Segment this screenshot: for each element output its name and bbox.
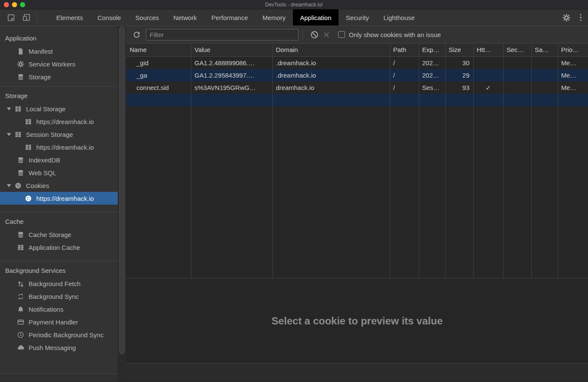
sidebar-item-label: Payment Handler xyxy=(29,318,78,326)
sidebar-separator xyxy=(0,261,118,261)
sidebar-item-label: Push Messaging xyxy=(29,344,76,351)
sidebar-item-cookies-dreamhack[interactable]: https://dreamhack.io xyxy=(0,192,118,205)
sidebar-item-session-storage[interactable]: Session Storage xyxy=(0,128,118,141)
column-header-samesite[interactable]: Sa… xyxy=(531,43,558,56)
refresh-button[interactable] xyxy=(130,29,142,41)
tab-console[interactable]: Console xyxy=(90,9,128,26)
inspect-element-button[interactable] xyxy=(3,9,19,26)
scrollbar-thumb[interactable] xyxy=(119,26,125,354)
sidebar-item-background-fetch[interactable]: Background Fetch xyxy=(0,277,118,290)
sidebar-item-push-messaging[interactable]: Push Messaging xyxy=(0,341,118,354)
sidebar-item-payment-handler[interactable]: Payment Handler xyxy=(0,315,118,328)
sidebar-item-label: Cookies xyxy=(26,182,49,189)
checkbox-icon[interactable] xyxy=(338,31,345,38)
device-toolbar-icon xyxy=(22,13,31,22)
table-row[interactable]: _gid GA1.2.488899086.… .dreamhack.io / 2… xyxy=(126,57,588,69)
sidebar-item-cookies[interactable]: Cookies xyxy=(0,179,118,192)
sidebar-item-periodic-background-sync[interactable]: Periodic Background Sync xyxy=(0,328,118,341)
tab-security[interactable]: Security xyxy=(339,9,376,26)
tab-network[interactable]: Network xyxy=(166,9,204,26)
tab-performance[interactable]: Performance xyxy=(204,9,255,26)
table-icon xyxy=(14,105,22,113)
cell-samesite xyxy=(531,81,558,94)
column-header-name[interactable]: Name xyxy=(126,43,191,56)
table-row-empty[interactable] xyxy=(126,94,588,106)
toggle-device-toolbar-button[interactable] xyxy=(19,9,34,26)
cookie-icon xyxy=(14,182,22,189)
cell-name: connect.sid xyxy=(126,81,191,94)
table-icon xyxy=(17,244,24,251)
chevron-down-icon[interactable] xyxy=(7,107,11,110)
sidebar-item-cache-storage[interactable]: Cache Storage xyxy=(0,228,118,241)
sidebar-item-label: Periodic Background Sync xyxy=(29,331,104,339)
minimize-window-button[interactable] xyxy=(12,2,17,7)
database-icon xyxy=(17,73,24,81)
cell-samesite xyxy=(531,57,558,69)
sidebar-item-session-storage-dreamhack[interactable]: https://dreamhack.io xyxy=(0,141,118,153)
column-divider[interactable] xyxy=(272,43,273,278)
column-divider[interactable] xyxy=(558,43,558,278)
column-header-priority[interactable]: Prio… xyxy=(558,43,588,56)
table-row[interactable]: connect.sid s%3AVN195GRwG… dreamhack.io … xyxy=(126,81,588,94)
column-header-path[interactable]: Path xyxy=(390,43,419,56)
tab-memory[interactable]: Memory xyxy=(255,9,293,26)
settings-button[interactable] xyxy=(559,9,574,26)
cell-value: GA1.2.295843997.… xyxy=(191,69,272,81)
section-title-application: Application xyxy=(0,32,118,45)
section-title-storage: Storage xyxy=(0,90,118,102)
sidebar-item-storage[interactable]: Storage xyxy=(0,70,118,83)
table-row[interactable]: _ga GA1.2.295843997.… .dreamhack.io / 20… xyxy=(126,69,588,81)
cell-expires: Ses… xyxy=(419,81,445,94)
delete-selected-button[interactable] xyxy=(320,29,332,41)
close-window-button[interactable] xyxy=(4,2,9,7)
column-divider[interactable] xyxy=(503,43,504,278)
cookies-panel: Only show cookies with an issue Name Val… xyxy=(126,26,588,382)
preview-placeholder-text: Select a cookie to preview its value xyxy=(272,315,443,327)
sidebar-item-label: Storage xyxy=(29,73,51,81)
clear-all-cookies-button[interactable] xyxy=(308,29,320,41)
only-issue-cookies-toggle[interactable]: Only show cookies with an issue xyxy=(338,31,441,38)
refresh-icon xyxy=(133,31,141,39)
sidebar-item-local-storage[interactable]: Local Storage xyxy=(0,102,118,115)
tab-sources[interactable]: Sources xyxy=(128,9,166,26)
tab-lighthouse[interactable]: Lighthouse xyxy=(376,9,422,26)
chevron-down-icon[interactable] xyxy=(7,133,11,136)
column-header-secure[interactable]: Sec… xyxy=(503,43,531,56)
cell-path: / xyxy=(390,81,419,94)
column-divider[interactable] xyxy=(390,43,390,278)
sync-icon xyxy=(17,293,24,300)
column-divider[interactable] xyxy=(473,43,474,278)
sidebar-item-manifest[interactable]: Manifest xyxy=(0,45,118,58)
sidebar-item-indexeddb[interactable]: IndexedDB xyxy=(0,153,118,166)
sidebar-item-local-storage-dreamhack[interactable]: https://dreamhack.io xyxy=(0,115,118,128)
cell-secure xyxy=(503,81,531,94)
sidebar-item-application-cache[interactable]: Application Cache xyxy=(0,241,118,254)
sidebar-horizontal-scrollbar[interactable] xyxy=(0,374,118,382)
sidebar-scrollbar[interactable] xyxy=(118,26,126,382)
cell-httponly xyxy=(473,57,503,69)
table-icon xyxy=(25,118,32,125)
sidebar-item-background-sync[interactable]: Background Sync xyxy=(0,290,118,303)
zoom-window-button[interactable] xyxy=(20,2,25,7)
chevron-down-icon[interactable] xyxy=(7,184,11,187)
tab-application[interactable]: Application xyxy=(293,9,339,26)
column-header-domain[interactable]: Domain xyxy=(272,43,390,56)
column-divider[interactable] xyxy=(191,43,191,278)
panel-tabs: Elements Console Sources Network Perform… xyxy=(49,9,422,26)
filter-input[interactable] xyxy=(146,29,298,41)
column-divider[interactable] xyxy=(419,43,419,278)
gear-icon xyxy=(17,61,24,68)
column-header-value[interactable]: Value xyxy=(191,43,272,56)
inspect-cursor-icon xyxy=(7,13,16,22)
column-divider[interactable] xyxy=(445,43,446,278)
more-options-button[interactable] xyxy=(574,9,588,26)
sidebar-item-service-workers[interactable]: Service Workers xyxy=(0,58,118,70)
column-header-expires[interactable]: Exp… xyxy=(419,43,445,56)
column-divider[interactable] xyxy=(531,43,532,278)
column-header-size[interactable]: Size xyxy=(445,43,473,56)
sidebar-item-notifications[interactable]: Notifications xyxy=(0,303,118,315)
sidebar-item-web-sql[interactable]: Web SQL xyxy=(0,166,118,179)
tab-elements[interactable]: Elements xyxy=(49,9,90,26)
column-header-httponly[interactable]: Htt… xyxy=(473,43,503,56)
sidebar-separator xyxy=(0,212,118,212)
